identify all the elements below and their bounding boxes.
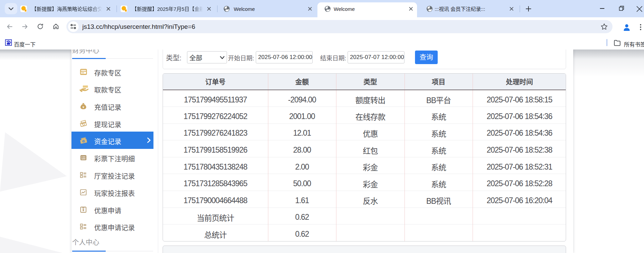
svg-text:¥: ¥ bbox=[82, 208, 84, 212]
svg-text:¥: ¥ bbox=[82, 105, 84, 109]
